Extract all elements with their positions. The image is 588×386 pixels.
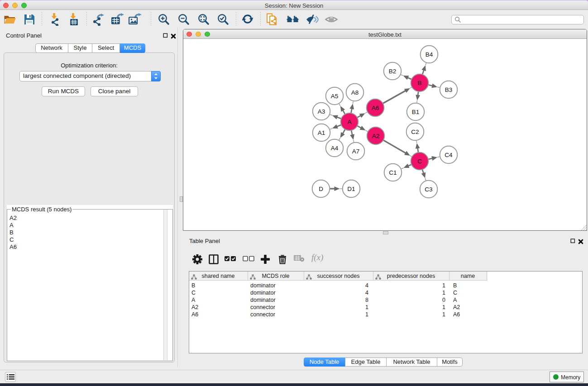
svg-text:B2: B2 — [389, 68, 397, 75]
svg-text:A4: A4 — [331, 145, 339, 152]
svg-text:C1: C1 — [389, 169, 397, 176]
svg-text:A6: A6 — [372, 105, 379, 111]
svg-text:A1: A1 — [318, 129, 325, 136]
svg-text:B: B — [417, 80, 421, 86]
svg-text:A: A — [347, 119, 351, 125]
svg-text:B1: B1 — [412, 109, 420, 115]
svg-text:B3: B3 — [445, 86, 453, 93]
svg-text:A3: A3 — [318, 108, 325, 115]
svg-text:D1: D1 — [347, 186, 355, 192]
svg-text:C3: C3 — [425, 186, 432, 193]
svg-text:C4: C4 — [445, 152, 453, 158]
svg-text:A8: A8 — [351, 89, 359, 96]
svg-text:A7: A7 — [352, 148, 360, 155]
svg-text:D: D — [319, 186, 323, 192]
svg-text:C: C — [417, 158, 422, 165]
svg-text:C2: C2 — [411, 129, 419, 135]
svg-text:A5: A5 — [331, 93, 339, 100]
svg-text:B4: B4 — [425, 51, 433, 58]
svg-text:A2: A2 — [372, 133, 380, 139]
